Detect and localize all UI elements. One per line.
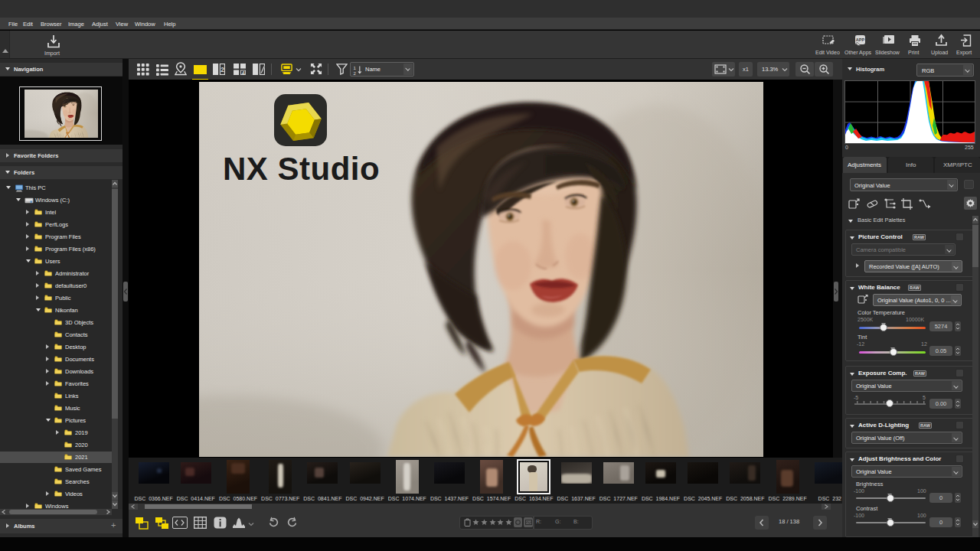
svg-text:2: 2 [353, 71, 356, 75]
svg-text:4: 4 [242, 70, 245, 75]
svg-text:1: 1 [353, 66, 356, 70]
svg-text:APP: APP [856, 37, 865, 42]
svg-text:NX Studio: NX Studio [223, 151, 380, 187]
svg-text:2: 2 [220, 66, 224, 73]
